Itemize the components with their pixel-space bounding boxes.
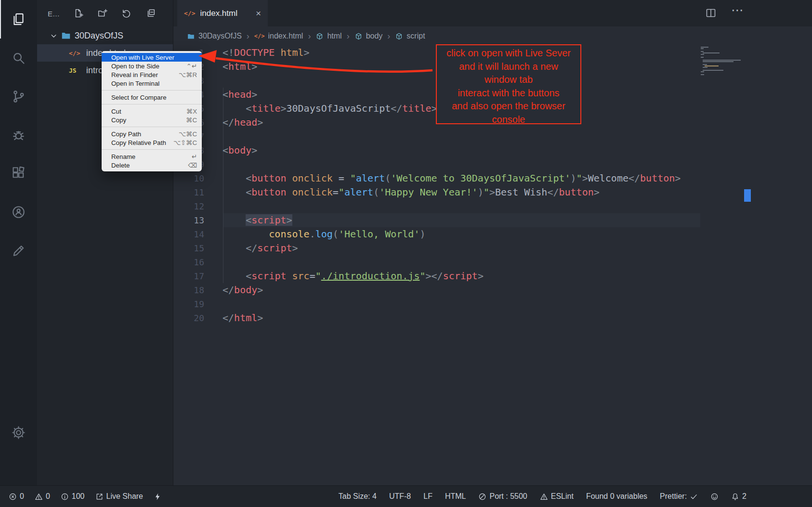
line-number[interactable]: 20 <box>173 311 204 325</box>
line-number[interactable]: 16 <box>173 255 204 269</box>
code-token: button <box>251 172 286 184</box>
breadcrumb-30daysofjs[interactable]: 30DaysOfJS <box>187 32 242 40</box>
status-problems-errors[interactable]: 0 <box>9 492 24 501</box>
status-tab-size[interactable]: Tab Size: 4 <box>339 492 377 501</box>
feedback-pen-icon[interactable] <box>0 231 37 270</box>
menu-item-open-with-live-server[interactable]: Open with Live Server <box>102 53 202 62</box>
code-line-19[interactable]: 19 <box>173 297 812 311</box>
code-token: alert <box>356 172 385 184</box>
tab-index-html[interactable]: </> index.html × <box>177 0 268 26</box>
code-line-16[interactable]: 16 <box>173 255 812 269</box>
code-line-12[interactable]: 12 <box>173 199 812 213</box>
code-token: 'Hello, World' <box>339 228 420 240</box>
code-line-14[interactable]: 14 console.log('Hello, World') <box>173 227 812 241</box>
code-line-7[interactable]: 7 <box>173 130 812 143</box>
status-notifications[interactable]: 2 <box>731 492 747 501</box>
code-line-8[interactable]: 8<body> <box>173 143 812 157</box>
close-icon[interactable]: × <box>256 8 261 19</box>
status-variables[interactable]: Found 0 variables <box>586 492 647 501</box>
menu-item-reveal-in-finder[interactable]: Reveal in Finder⌥⌘R <box>102 70 202 79</box>
menu-item-open-in-terminal[interactable]: Open in Terminal <box>102 79 202 88</box>
code-line-9[interactable]: 9 <box>173 157 812 171</box>
code-line-15[interactable]: 15 </script> <box>173 241 812 255</box>
live-share-icon[interactable] <box>0 193 37 231</box>
code-token: log <box>315 228 333 240</box>
breadcrumb-index-html[interactable]: </>index.html <box>254 32 303 40</box>
code-token: > <box>594 186 600 198</box>
status-live-share[interactable]: Live Share <box>95 492 144 501</box>
status-problems-warnings[interactable]: 0 <box>35 492 50 501</box>
explorer-icon[interactable] <box>0 0 37 39</box>
new-file-icon[interactable] <box>73 8 84 19</box>
code-line-20[interactable]: 20</html> <box>173 311 812 325</box>
minimap-line <box>701 47 743 48</box>
code-token: = <box>333 186 339 198</box>
line-number[interactable]: 19 <box>173 297 204 311</box>
code-line-17[interactable]: 17 <script src="./introduction.js"></scr… <box>173 269 812 283</box>
breadcrumb-html[interactable]: html <box>315 32 341 40</box>
chevron-right-icon: › <box>308 31 311 41</box>
code-token: < <box>246 172 251 184</box>
breadcrumb-script[interactable]: script <box>395 32 425 40</box>
menu-item-copy-relative-path[interactable]: Copy Relative Path⌥⇧⌘C <box>102 138 202 147</box>
menu-item-copy[interactable]: Copy⌘C <box>102 116 202 124</box>
line-number[interactable]: 12 <box>173 199 204 213</box>
line-number[interactable]: 17 <box>173 269 204 283</box>
menu-item-select-for-compare[interactable]: Select for Compare <box>102 93 202 102</box>
more-actions-icon[interactable]: ⋯ <box>731 3 744 18</box>
status-text: ESLint <box>551 492 574 501</box>
status-problems-info[interactable]: 100 <box>61 492 85 501</box>
code-token: <! <box>223 47 234 58</box>
status-bolt[interactable] <box>154 493 162 501</box>
run-debug-icon[interactable] <box>0 116 37 154</box>
extensions-icon[interactable] <box>0 154 37 193</box>
refresh-icon[interactable] <box>121 8 132 19</box>
status-eslint[interactable]: ESLint <box>540 492 574 501</box>
status-prettier[interactable]: Prettier: <box>660 492 698 501</box>
search-icon[interactable] <box>0 39 37 77</box>
status-eol[interactable]: LF <box>423 492 432 501</box>
menu-item-cut[interactable]: Cut⌘X <box>102 107 202 116</box>
code-line-11[interactable]: 11 <button onclick="alert('Happy New Yea… <box>173 185 812 199</box>
line-number[interactable]: 15 <box>173 241 204 255</box>
code-line-text: <head> <box>223 88 257 102</box>
code-line-text: <script src="./introduction.js"></script… <box>223 269 484 283</box>
status-language-mode[interactable]: HTML <box>445 492 466 501</box>
collapse-all-icon[interactable] <box>145 8 156 19</box>
menu-shortcut: ⌥⇧⌘C <box>173 139 197 146</box>
menu-item-copy-path[interactable]: Copy Path⌥⌘C <box>102 130 202 138</box>
split-editor-icon[interactable] <box>705 7 717 19</box>
source-control-icon[interactable] <box>0 77 37 116</box>
line-number[interactable]: 10 <box>173 171 204 185</box>
breadcrumb-body[interactable]: body <box>354 32 383 40</box>
line-number[interactable]: 18 <box>173 283 204 297</box>
settings-icon[interactable] <box>0 413 37 452</box>
code-line-18[interactable]: 18</body> <box>173 283 812 297</box>
code-line-10[interactable]: 10 <button onclick = "alert('Welcome to … <box>173 171 812 185</box>
tree-root-30daysofjs[interactable]: 30DaysOfJS <box>37 27 173 44</box>
menu-item-rename[interactable]: Rename↵ <box>102 152 202 161</box>
menu-shortcut: ⌃↵ <box>186 63 197 70</box>
menu-item-open-to-the-side[interactable]: Open to the Side⌃↵ <box>102 62 202 70</box>
code-token: DOCTYPE <box>234 47 275 58</box>
bolt-icon <box>154 493 162 501</box>
context-menu: Open with Live ServerOpen to the Side⌃↵R… <box>102 51 202 171</box>
code-token <box>286 186 292 198</box>
code-token: html <box>228 61 251 72</box>
line-number[interactable]: 14 <box>173 227 204 241</box>
code-token: ( <box>373 186 379 198</box>
code-token: </ <box>223 312 234 324</box>
new-folder-icon[interactable] <box>97 8 108 19</box>
status-feedback-smiley[interactable] <box>710 493 719 501</box>
code-token: = <box>333 172 350 184</box>
status-encoding[interactable]: UTF-8 <box>389 492 411 501</box>
menu-item-label: Delete <box>111 162 130 169</box>
minimap[interactable] <box>701 47 743 76</box>
line-number[interactable]: 13 <box>173 213 204 227</box>
menu-item-delete[interactable]: Delete⌫ <box>102 161 202 169</box>
status-port[interactable]: Port : 5500 <box>478 492 527 501</box>
code-line-13[interactable]: 13 <script> <box>173 213 812 227</box>
minimap-line <box>701 73 743 74</box>
line-number[interactable]: 11 <box>173 185 204 199</box>
code-line-text: </head> <box>223 116 263 130</box>
